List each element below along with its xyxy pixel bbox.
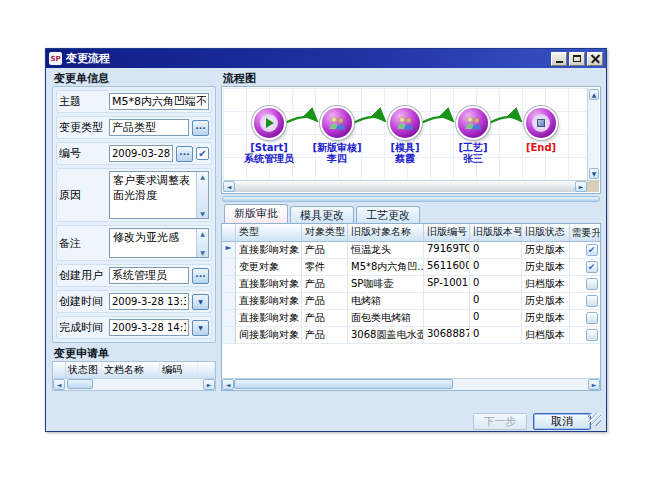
code-column-header[interactable]: 编码 xyxy=(160,362,198,379)
finish-time-input[interactable] xyxy=(109,319,189,336)
subject-input[interactable] xyxy=(109,93,209,110)
scroll-left-icon[interactable]: ◄ xyxy=(53,379,65,390)
maximize-button[interactable] xyxy=(569,52,585,66)
row-marker xyxy=(222,276,236,293)
approval-table-hscrollbar[interactable]: ◄ ► xyxy=(222,378,600,390)
scroll-thumb[interactable] xyxy=(67,379,93,389)
flow-chart: [Start] 系统管理员 xyxy=(221,86,601,194)
reason-textarea[interactable]: 客户要求调整表面光滑度 ▲ ▼ xyxy=(109,171,209,219)
node-assignee: 张三 xyxy=(437,153,509,164)
status-icon-column-header[interactable]: 状态图 xyxy=(66,362,102,379)
create-time-dropdown-button[interactable]: ▼ xyxy=(192,294,209,310)
creator-input[interactable] xyxy=(109,267,189,284)
end-node-sphere xyxy=(526,108,556,138)
table-row[interactable]: ► 直接影响对象 产品 恒温龙头 79169TC 0 历史版本 ✔ xyxy=(222,242,600,259)
change-type-input[interactable] xyxy=(109,119,189,136)
table-row[interactable]: 变更对象 零件 M5*8内六角凹... 5611600 0 历史版本 ✔ M5*… xyxy=(222,259,600,276)
scroll-thumb[interactable] xyxy=(234,379,453,389)
scroll-left-icon[interactable]: ◄ xyxy=(223,181,235,192)
flow-node-start[interactable]: [Start] 系统管理员 xyxy=(233,108,305,164)
flow-node-end[interactable]: [End] xyxy=(505,108,577,153)
scroll-down-icon[interactable]: ▼ xyxy=(589,168,599,179)
create-time-input[interactable] xyxy=(109,293,189,310)
old-status-column-header[interactable]: 旧版状态 xyxy=(522,224,570,242)
titlebar[interactable]: SP 变更流程 xyxy=(46,49,606,68)
type-column-header[interactable]: 类型 xyxy=(236,224,302,242)
old-version-column-header[interactable]: 旧版版本号 xyxy=(470,224,522,242)
old-name-column-header[interactable]: 旧版对象名称 xyxy=(348,224,424,242)
number-label: 编号 xyxy=(59,146,106,161)
tab-mold-change[interactable]: 模具更改 xyxy=(290,206,354,223)
scroll-right-icon[interactable]: ► xyxy=(575,181,587,192)
scroll-up-icon[interactable]: ▲ xyxy=(200,173,205,180)
upgrade-column-header[interactable]: 需要升版 xyxy=(570,224,601,242)
table-row[interactable]: 直接影响对象 产品 电烤箱 0 历史版本 xyxy=(222,293,600,310)
table-row[interactable]: 直接影响对象 产品 面包类电烤箱 0 历史版本 xyxy=(222,310,600,327)
row-marker xyxy=(222,259,236,276)
remark-scrollbar[interactable]: ▲ ▼ xyxy=(196,229,208,257)
tab-craft-change[interactable]: 工艺更改 xyxy=(356,206,420,223)
node-assignee: 系统管理员 xyxy=(233,153,305,164)
resize-grip[interactable] xyxy=(588,413,601,426)
create-time-label: 创建时间 xyxy=(59,294,106,309)
flow-caption: 流程图 xyxy=(221,70,601,86)
scroll-right-icon[interactable]: ► xyxy=(588,379,600,390)
table-row[interactable]: 间接影响对象 产品 3068圆盖电水壶 3068887 0 归档版本 xyxy=(222,327,600,344)
scroll-left-icon[interactable]: ◄ xyxy=(222,379,234,390)
object-type-column-header[interactable]: 对象类型 xyxy=(302,224,348,242)
upgrade-checkbox[interactable]: ✔ xyxy=(586,261,598,273)
close-button[interactable] xyxy=(587,52,603,66)
request-table-hscrollbar[interactable]: ◄ ► xyxy=(53,378,215,390)
reason-text: 客户要求调整表面光滑度 xyxy=(113,174,190,202)
creator-label: 创建用户 xyxy=(59,268,106,283)
reason-label: 原因 xyxy=(59,188,106,203)
minimize-button[interactable] xyxy=(551,52,567,66)
doc-name-column-header[interactable]: 文档名称 xyxy=(102,362,160,379)
subject-row: 主题 xyxy=(56,90,212,113)
upgrade-checkbox[interactable] xyxy=(586,312,598,324)
remark-textarea[interactable]: 修改为亚光感 ▲ ▼ xyxy=(109,228,209,258)
craft-node-sphere xyxy=(458,108,488,138)
users-icon xyxy=(328,116,347,130)
remark-row: 备注 修改为亚光感 ▲ ▼ xyxy=(56,225,212,261)
creator-row: 创建用户 ... xyxy=(56,264,212,287)
maximize-icon xyxy=(573,55,581,62)
cancel-button[interactable]: 取消 xyxy=(533,413,591,430)
flow-node-craft[interactable]: [工艺] 张三 xyxy=(437,108,509,164)
next-button[interactable]: 下一步 xyxy=(473,413,527,430)
upgrade-checkbox[interactable]: ✔ xyxy=(586,244,598,256)
flow-node-mold[interactable]: [模具] 蔡霞 xyxy=(369,108,441,164)
number-input[interactable] xyxy=(109,145,173,162)
row-marker xyxy=(222,310,236,327)
window-body: 变更单信息 主题 变更类型 ... 编号 ... xyxy=(49,68,603,428)
finish-time-label: 完成时间 xyxy=(59,320,106,335)
extra-column-header[interactable] xyxy=(198,362,215,379)
scroll-up-icon[interactable]: ▲ xyxy=(200,230,205,237)
change-type-ellipsis-button[interactable]: ... xyxy=(192,120,209,136)
finish-time-dropdown-button[interactable]: ▼ xyxy=(192,320,209,336)
number-ellipsis-button[interactable]: ... xyxy=(176,146,193,162)
scroll-down-icon[interactable]: ▼ xyxy=(200,249,205,256)
scroll-right-icon[interactable]: ► xyxy=(203,379,215,390)
scroll-up-icon[interactable]: ▲ xyxy=(589,89,599,100)
scroll-corner xyxy=(587,180,599,192)
upgrade-checkbox[interactable] xyxy=(586,295,598,307)
flow-vscrollbar[interactable]: ▲ ▼ xyxy=(587,88,599,180)
creator-ellipsis-button[interactable]: ... xyxy=(192,268,209,284)
horizontal-splitter[interactable] xyxy=(222,196,600,202)
table-row[interactable]: 直接影响对象 产品 SP咖啡壶 SP-1001 0 归档版本 SP咖 xyxy=(222,276,600,293)
tab-new-version-approval[interactable]: 新版审批 xyxy=(224,204,288,223)
number-checkbox[interactable]: ✔ xyxy=(196,147,209,160)
scroll-down-icon[interactable]: ▼ xyxy=(200,210,205,217)
old-code-column-header[interactable]: 旧版编号 xyxy=(424,224,470,242)
flow-hscrollbar[interactable]: ◄ ► xyxy=(223,180,587,192)
minimize-icon xyxy=(556,61,563,63)
review-node-sphere xyxy=(322,108,352,138)
flow-node-review[interactable]: [新版审核] 李四 xyxy=(301,108,373,164)
upgrade-checkbox[interactable] xyxy=(586,278,598,290)
reason-scrollbar[interactable]: ▲ ▼ xyxy=(196,172,208,218)
remark-text: 修改为亚光感 xyxy=(113,231,179,244)
upgrade-checkbox[interactable] xyxy=(586,329,598,341)
stop-icon xyxy=(537,119,545,127)
change-process-window: SP 变更流程 变更单信息 主题 变更类型 xyxy=(45,48,607,432)
